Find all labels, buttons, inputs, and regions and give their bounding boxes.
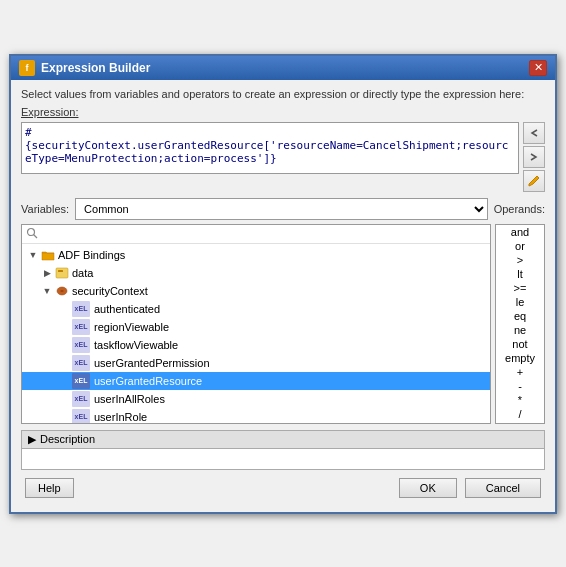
tree-item[interactable]: xEL userGrantedPermission [22,354,490,372]
search-row [22,225,490,244]
operand-item[interactable]: >= [496,281,544,295]
tree-item[interactable]: ▼ ADF Bindings [22,246,490,264]
title-bar-left: f Expression Builder [19,60,150,76]
expression-back-button[interactable] [523,122,545,144]
expression-row: #{securityContext.userGrantedResource['r… [21,122,545,192]
operands-panel: and or > lt >= le eq ne not empty + - * … [495,224,545,424]
tree-item[interactable]: xEL userInAllRoles [22,390,490,408]
operand-item[interactable]: empty [496,351,544,365]
cancel-button[interactable]: Cancel [465,478,541,498]
variables-dropdown[interactable]: Common [75,198,488,220]
data-icon [54,265,70,281]
description-content [22,449,544,469]
bottom-buttons: Help OK Cancel [21,478,545,504]
operand-item[interactable]: and [496,225,544,239]
operand-item[interactable]: eq [496,309,544,323]
dialog-title: Expression Builder [41,61,150,75]
xml-icon: xEL [72,301,90,317]
xml-icon: xEL [72,355,90,371]
dialog-body: Select values from variables and operato… [11,80,555,512]
expander-icon [58,338,72,352]
expression-buttons [523,122,545,192]
bean-icon [54,283,70,299]
expander-icon [58,320,72,334]
tree-content: ▼ ADF Bindings ▶ [22,244,490,423]
tree-item[interactable]: xEL authenticated [22,300,490,318]
expression-input[interactable]: #{securityContext.userGrantedResource['r… [21,122,519,174]
description-label: Description [40,433,95,445]
description-section: ▶ Description [21,430,545,470]
operand-item[interactable]: > [496,253,544,267]
tree-item-label: userGrantedPermission [94,357,210,369]
xml-icon: xEL [72,373,90,389]
main-panels: ▼ ADF Bindings ▶ [21,224,545,424]
tree-item-label: userInAllRoles [94,393,165,405]
operand-item[interactable]: ne [496,323,544,337]
expander-icon: ▼ [26,248,40,262]
xml-icon: xEL [72,319,90,335]
ok-cancel-buttons: OK Cancel [399,478,541,498]
tree-item[interactable]: xEL regionViewable [22,318,490,336]
operand-item[interactable]: lt [496,267,544,281]
svg-rect-4 [56,268,68,278]
operand-item[interactable]: le [496,295,544,309]
search-input[interactable] [42,228,486,240]
tree-item[interactable]: ▼ securityContext [22,282,490,300]
tree-item-selected[interactable]: xEL userGrantedResource [22,372,490,390]
close-button[interactable]: ✕ [529,60,547,76]
expander-icon [58,410,72,423]
tree-item-label: data [72,267,93,279]
description-header[interactable]: ▶ Description [22,431,544,449]
expander-icon [58,302,72,316]
xml-icon: xEL [72,337,90,353]
operand-item[interactable]: div [496,421,544,424]
expression-edit-button[interactable] [523,170,545,192]
expander-icon: ▼ [40,284,54,298]
operand-item[interactable]: or [496,239,544,253]
expander-icon: ▶ [40,266,54,280]
ok-button[interactable]: OK [399,478,457,498]
expression-builder-dialog: f Expression Builder ✕ Select values fro… [9,54,557,514]
tree-item-label: userGrantedResource [94,375,202,387]
svg-rect-5 [58,270,63,272]
tree-panel: ▼ ADF Bindings ▶ [21,224,491,424]
description-expander-icon: ▶ [28,433,36,446]
svg-point-2 [28,228,35,235]
expander-icon [58,392,72,406]
variables-row: Variables: Common Operands: [21,198,545,220]
operand-item[interactable]: - [496,379,544,393]
help-button[interactable]: Help [25,478,74,498]
tree-item-label: userInRole [94,411,147,423]
operand-item[interactable]: not [496,337,544,351]
folder-icon [40,247,56,263]
instruction-text: Select values from variables and operato… [21,88,545,100]
tree-item-label: ADF Bindings [58,249,125,261]
expression-forward-button[interactable] [523,146,545,168]
xml-icon: xEL [72,391,90,407]
xml-icon: xEL [72,409,90,423]
svg-line-3 [34,234,38,238]
tree-item-label: regionViewable [94,321,169,333]
tree-item[interactable]: xEL userInRole [22,408,490,423]
tree-item-label: securityContext [72,285,148,297]
operand-item[interactable]: + [496,365,544,379]
tree-item[interactable]: xEL taskflowViewable [22,336,490,354]
operand-item[interactable]: / [496,407,544,421]
expander-icon [58,374,72,388]
operands-label: Operands: [494,203,545,215]
tree-item-label: taskflowViewable [94,339,178,351]
tree-item[interactable]: ▶ data [22,264,490,282]
expander-icon [58,356,72,370]
tree-item-label: authenticated [94,303,160,315]
title-bar: f Expression Builder ✕ [11,56,555,80]
variables-label: Variables: [21,203,69,215]
search-icon [26,227,38,241]
operand-item[interactable]: * [496,393,544,407]
expression-label: Expression: [21,106,545,118]
dialog-icon: f [19,60,35,76]
